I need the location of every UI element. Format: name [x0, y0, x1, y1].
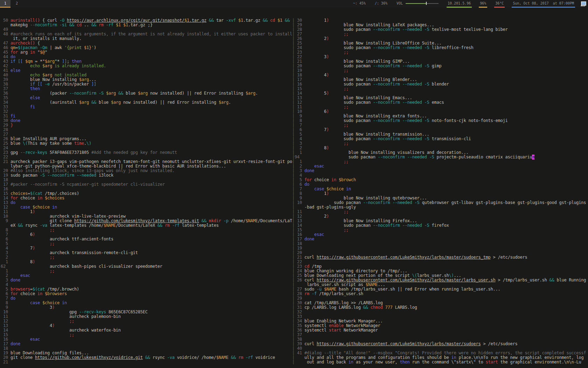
pane-separator[interactable]: | — [292, 282, 295, 287]
pane-separator[interactable]: | — [292, 305, 295, 310]
pane-separator[interactable]: | — [292, 196, 295, 200]
temperature: 36°C — [494, 0, 505, 8]
ip-address-label: 10.201.5.96 — [448, 1, 471, 5]
volume-label: VOL — [397, 1, 403, 5]
datetime: Sun, Oct 08, 2017 at 07:00PM — [512, 0, 575, 8]
temperature-label: 36°C — [495, 1, 504, 5]
pane-separator[interactable]: | — [292, 273, 295, 278]
pane-separator[interactable]: | — [292, 259, 295, 264]
pane-separator[interactable]: | — [292, 41, 295, 46]
pane-separator[interactable]: | — [292, 104, 295, 109]
volume-slider[interactable] — [406, 2, 439, 5]
pane-separator[interactable]: | — [292, 50, 295, 55]
pane-separator[interactable]: | — [292, 100, 295, 105]
pane-separator[interactable]: | — [292, 95, 295, 100]
pane-separator[interactable]: | — [292, 173, 295, 178]
pane-separator[interactable]: | — [292, 27, 295, 32]
pane-separator[interactable]: | — [292, 355, 295, 360]
pane-separator[interactable]: | — [292, 59, 295, 64]
pane-separator[interactable]: | — [292, 232, 295, 237]
workspace-button-2[interactable]: 2 — [12, 0, 22, 8]
pane-separator[interactable]: | — [292, 227, 295, 232]
pane-separator[interactable]: | — [292, 114, 295, 118]
pane-separator[interactable]: | — [292, 73, 295, 77]
volume[interactable]: VOL — [396, 0, 440, 8]
pane-separator[interactable]: | — [292, 205, 295, 210]
pane-separator[interactable]: | — [292, 218, 295, 223]
pane-separator[interactable]: | — [292, 86, 295, 91]
pane-separator[interactable]: | — [292, 136, 295, 141]
home-usage: ~: 45% — [352, 0, 367, 8]
pane-separator[interactable]: | — [292, 127, 295, 132]
pane-separator[interactable]: | — [292, 22, 295, 27]
pane-separator[interactable]: | — [292, 337, 295, 342]
pane-separator[interactable]: | — [292, 45, 295, 50]
ip-address: 10.201.5.96 — [447, 0, 472, 8]
pane-separator[interactable]: | — [292, 214, 295, 219]
root-usage: /: 36% — [374, 0, 388, 8]
pane-separator[interactable]: | — [292, 123, 295, 128]
pane-separator[interactable]: | — [292, 341, 295, 346]
pane-separator[interactable]: | — [292, 241, 295, 246]
battery-label: 96% — [480, 1, 486, 5]
pane-separator[interactable]: | — [292, 319, 295, 323]
pane-separator[interactable]: | — [292, 350, 295, 355]
pane-separator[interactable]: | — [292, 328, 295, 333]
pane-separator[interactable]: | — [292, 237, 295, 241]
pane-separator[interactable]: | — [292, 54, 295, 59]
pane-separator[interactable]: | — [292, 155, 295, 159]
pane-separator[interactable]: | — [292, 132, 295, 137]
pane-separator[interactable]: | — [292, 300, 295, 305]
pane-separator[interactable]: | — [292, 118, 295, 123]
pane-separator[interactable]: | — [292, 287, 295, 292]
pane-separator[interactable]: | — [292, 296, 295, 301]
pane-separator[interactable]: | — [292, 68, 295, 73]
home-usage-label: : 45% — [355, 1, 366, 5]
bar-status: ~: 45%/: 36%VOL10.201.5.9696%36°CSun, Oc… — [352, 0, 577, 8]
i3bar: 12 ~: 45%/: 36%VOL10.201.5.9696%36°CSun,… — [0, 0, 588, 8]
pane-separator[interactable]: | — [292, 36, 295, 41]
pane-separator[interactable]: | — [292, 186, 295, 191]
pane-separator[interactable]: | — [292, 109, 295, 114]
pane-separator[interactable]: | — [292, 77, 295, 82]
pane-separator[interactable]: | — [292, 177, 295, 182]
pane-separator[interactable]: | — [292, 346, 295, 351]
pane-separator[interactable]: | — [292, 268, 295, 273]
workspace-button-1[interactable]: 1 — [0, 0, 10, 8]
workspace-list: 12 — [0, 0, 23, 8]
pane-separator[interactable]: | — [292, 32, 295, 36]
pane-separator[interactable]: | — [292, 182, 295, 187]
pane-separator[interactable]: | — [292, 145, 295, 150]
pane-separator[interactable]: | — [292, 246, 295, 251]
pane-separator[interactable]: | — [292, 278, 295, 282]
pane-separator[interactable]: | — [292, 191, 295, 196]
pane-separator[interactable]: | — [292, 323, 295, 328]
tray-computer-icon[interactable] — [579, 0, 588, 8]
vim-editor: 50 aurinstall() { curl -O https://aur.ar… — [0, 8, 588, 368]
pane-separator[interactable]: | — [292, 63, 295, 68]
pane-separator[interactable]: | — [292, 223, 295, 228]
pane-separator[interactable]: | — [292, 309, 295, 314]
pane-separator[interactable]: | — [292, 18, 295, 23]
pane-separator[interactable]: | — [292, 291, 295, 296]
pane-separator[interactable]: | — [292, 164, 295, 169]
battery: 96% — [479, 0, 487, 8]
pane-separator[interactable]: | — [292, 159, 295, 164]
pane-separator[interactable]: | — [292, 82, 295, 87]
pane-separator[interactable]: | — [292, 250, 295, 255]
vim-buffers[interactable]: 50 aurinstall() { curl -O https://aur.ar… — [1, 18, 588, 364]
pane-separator[interactable]: | — [292, 332, 295, 337]
pane-separator[interactable]: | — [292, 200, 295, 205]
pane-separator[interactable]: | — [292, 168, 295, 173]
root-usage-label: : 36% — [377, 1, 387, 5]
pane-separator[interactable]: | — [292, 255, 295, 260]
datetime-label: Sun, Oct 08, 2017 at 07:00PM — [513, 1, 574, 5]
code-row[interactable]: 21 | out and log back in as your new use… — [1, 360, 588, 364]
pane-separator[interactable]: | — [292, 141, 295, 146]
pane-separator[interactable]: | — [292, 314, 295, 319]
pane-separator[interactable]: | — [292, 150, 295, 155]
pane-separator[interactable]: | — [292, 91, 295, 96]
pane-separator[interactable]: | — [292, 360, 295, 364]
pane-separator[interactable]: | — [292, 209, 295, 214]
pane-separator[interactable]: | — [292, 264, 295, 269]
